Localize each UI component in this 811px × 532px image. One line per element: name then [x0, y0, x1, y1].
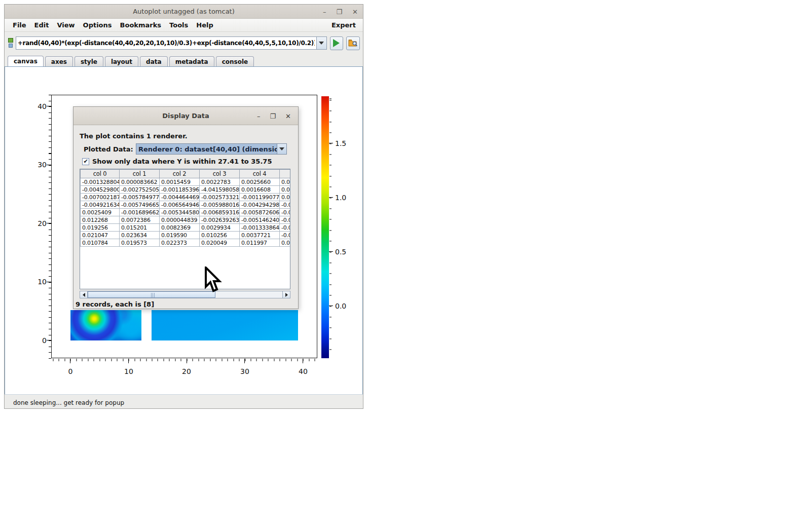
tab-metadata[interactable]: metadata — [169, 56, 214, 66]
table-cell[interactable]: 0.010784 — [81, 239, 120, 247]
column-header[interactable]: col 3 — [200, 170, 240, 178]
table-cell[interactable]: -4.041598058... — [200, 186, 240, 194]
table-cell[interactable]: -0.004294298... — [240, 201, 280, 209]
table-cell[interactable]: 0.00 — [280, 178, 291, 186]
table-cell[interactable]: -0.0 — [280, 232, 291, 239]
menu-help[interactable]: Help — [192, 20, 217, 30]
table-cell[interactable]: 0.012268 — [81, 216, 120, 224]
table-cell[interactable]: 0.010256 — [200, 232, 240, 239]
inspect-uri-button[interactable] — [346, 36, 360, 50]
table-cell[interactable]: 0.019590 — [160, 232, 200, 239]
table-cell[interactable]: -0.002639263... — [200, 216, 240, 224]
table-cell[interactable]: -0.005872606... — [240, 209, 280, 216]
menu-tools[interactable]: Tools — [165, 20, 192, 30]
table-cell[interactable]: 0.0022783 — [200, 178, 240, 186]
plotted-data-label: Plotted Data: — [84, 145, 133, 153]
maximize-icon[interactable]: ❐ — [336, 9, 342, 15]
table-cell[interactable]: 0.00 — [280, 239, 291, 247]
plot-canvas[interactable]: 40 30 20 10 0 0 10 20 30 40 1.5 1.0 0.5 … — [5, 66, 363, 395]
table-cell[interactable]: -0.005784977... — [120, 194, 160, 201]
table-cell[interactable]: 0.015201 — [120, 224, 160, 232]
table-cell[interactable]: -0.001185396... — [160, 186, 200, 194]
table-cell[interactable]: 0.022373 — [160, 239, 200, 247]
scrollbar-thumb[interactable] — [88, 291, 215, 298]
dialog-minimize-icon[interactable]: – — [257, 113, 261, 120]
table-cell[interactable]: 0.019256 — [81, 224, 120, 232]
table-cell[interactable]: -0.005988016... — [200, 201, 240, 209]
spectrogram-right-segment[interactable] — [152, 310, 298, 340]
table-cell[interactable]: -0.0 — [280, 224, 291, 232]
table-cell[interactable]: 0.020049 — [200, 239, 240, 247]
tab-layout[interactable]: layout — [105, 56, 138, 66]
table-cell[interactable]: 0.0082369 — [160, 224, 200, 232]
table-cell[interactable]: -0.005344580... — [160, 209, 200, 216]
close-icon[interactable]: ✕ — [352, 9, 358, 15]
data-table-scrollpane[interactable]: col 0 col 1 col 2 col 3 col 4 -0.0013288… — [80, 169, 290, 289]
table-cell[interactable]: 0.0016608 — [240, 186, 280, 194]
column-header[interactable]: col 0 — [81, 170, 120, 178]
table-cell[interactable]: 0.0025660 — [240, 178, 280, 186]
dialog-close-icon[interactable]: ✕ — [285, 113, 291, 120]
filter-checkbox[interactable]: ✔ — [82, 158, 89, 165]
combo-dropdown-button[interactable] — [277, 144, 286, 154]
table-cell[interactable]: 0.0015459 — [160, 178, 200, 186]
menu-options[interactable]: Options — [79, 20, 116, 30]
menu-bookmarks[interactable]: Bookmarks — [116, 20, 166, 30]
table-cell[interactable]: -0.0 — [280, 201, 291, 209]
menu-edit[interactable]: Edit — [30, 20, 53, 30]
tab-data[interactable]: data — [140, 56, 168, 66]
dialog-title-bar[interactable]: Display Data – ❐ ✕ — [73, 107, 298, 125]
scroll-left-button[interactable] — [80, 291, 88, 298]
table-cell[interactable]: -0.005749665... — [120, 201, 160, 209]
table-cell[interactable]: -0.006564946... — [160, 201, 200, 209]
minimize-icon[interactable]: – — [323, 9, 326, 15]
table-cell[interactable]: 0.021047 — [81, 232, 120, 239]
go-plot-button[interactable] — [330, 36, 344, 50]
table-cell[interactable]: -0.002573321... — [200, 194, 240, 201]
table-cell[interactable]: 0.000044839 — [160, 216, 200, 224]
plotted-data-combobox[interactable]: Renderer 0: dataset[40,40] (dimension... — [136, 143, 287, 155]
table-cell[interactable]: -0.004529800... — [81, 186, 120, 194]
column-header[interactable]: col 4 — [240, 170, 280, 178]
table-cell[interactable]: 0.0029934 — [200, 224, 240, 232]
uri-dropdown-button[interactable] — [317, 36, 327, 50]
column-header[interactable]: col 2 — [160, 170, 200, 178]
title-bar[interactable]: Autoplot untagged (as tomcat) – ❐ ✕ — [5, 5, 363, 19]
table-cell[interactable]: -0.0 — [280, 216, 291, 224]
dialog-maximize-icon[interactable]: ❐ — [270, 113, 276, 120]
table-cell[interactable]: -0.007002187... — [81, 194, 120, 201]
table-cell[interactable]: 0.019573 — [120, 239, 160, 247]
table-cell[interactable]: -0.002752505... — [120, 186, 160, 194]
menu-view[interactable]: View — [53, 20, 79, 30]
colorbar[interactable] — [321, 96, 329, 358]
table-cell[interactable]: -0.001199077... — [240, 194, 280, 201]
table-cell[interactable]: 0.000083662 — [120, 178, 160, 186]
table-cell[interactable]: 0.00 — [280, 194, 291, 201]
tab-style[interactable]: style — [75, 56, 103, 66]
table-cell[interactable]: -0.001333864... — [240, 224, 280, 232]
table-cell[interactable]: -0.001328804... — [81, 178, 120, 186]
table-cell[interactable]: -0.004464469... — [160, 194, 200, 201]
column-header[interactable] — [280, 170, 291, 178]
table-cell[interactable]: 0.0072386 — [120, 216, 160, 224]
tab-canvas[interactable]: canvas — [8, 56, 44, 66]
tab-console[interactable]: console — [216, 56, 254, 66]
spectrogram-left-segment[interactable] — [70, 310, 141, 340]
table-cell[interactable]: 0.011997 — [240, 239, 280, 247]
table-cell[interactable]: 0.023634 — [120, 232, 160, 239]
uri-input[interactable] — [16, 36, 317, 50]
tab-axes[interactable]: axes — [45, 56, 73, 66]
table-cell[interactable]: -0.005146240... — [240, 216, 280, 224]
horizontal-scrollbar[interactable] — [80, 291, 290, 298]
table-cell[interactable]: 0.0037721 — [240, 232, 280, 239]
table-cell[interactable]: 0.0025409 — [81, 209, 120, 216]
menu-file[interactable]: File — [9, 20, 30, 30]
table-cell[interactable]: 0.00 — [280, 186, 291, 194]
scroll-right-button[interactable] — [282, 291, 290, 298]
table-cell[interactable]: -0.0 — [280, 209, 291, 216]
table-cell[interactable]: -0.004921634... — [81, 201, 120, 209]
column-header[interactable]: col 1 — [120, 170, 160, 178]
expert-mode-label[interactable]: Expert — [328, 20, 359, 30]
table-cell[interactable]: -0.001689662... — [120, 209, 160, 216]
table-cell[interactable]: -0.006859316... — [200, 209, 240, 216]
